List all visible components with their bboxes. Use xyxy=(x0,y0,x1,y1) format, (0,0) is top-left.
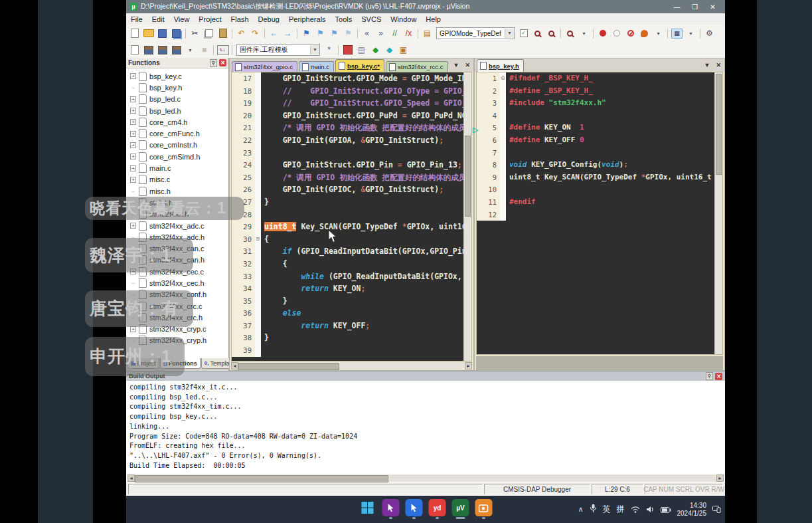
editor-tab-stm32f4xx-gpio-c[interactable]: stm32f4xx_gpio.c xyxy=(232,61,297,72)
caret-icon[interactable]: ▾ xyxy=(184,45,197,56)
taskbar-app-pointer-purple-icon[interactable] xyxy=(382,499,400,516)
menu-item-edit[interactable]: Edit xyxy=(147,15,169,23)
rte-copy-icon[interactable]: ▤ xyxy=(355,45,368,56)
minimize-button[interactable]: — xyxy=(668,3,686,11)
taskbar-app-youdao-icon[interactable]: yd xyxy=(429,499,446,516)
tree-item-main-c[interactable]: +main.c xyxy=(126,162,228,173)
indent-right-icon[interactable]: » xyxy=(374,28,387,39)
flag-prev-icon[interactable]: ⚑ xyxy=(314,28,327,39)
tree-item-bsp-led-h[interactable]: +bsp_led.h xyxy=(126,105,228,116)
find-browse-icon[interactable] xyxy=(545,28,558,39)
menu-item-window[interactable]: Window xyxy=(386,15,421,23)
tree-item-bsp-key-h[interactable]: –bsp_key.h xyxy=(126,82,228,93)
window-layout-icon[interactable]: ▦ xyxy=(671,28,683,39)
target-wand-icon[interactable]: * xyxy=(323,45,335,56)
find-in-files-icon[interactable] xyxy=(531,28,544,39)
tree-item-core-cmFunc-h[interactable]: +core_cmFunc.h xyxy=(126,128,228,139)
pin-icon[interactable]: ⚲ xyxy=(706,372,713,380)
spell-check-icon[interactable]: ✓ xyxy=(517,28,530,39)
rebuild-icon[interactable] xyxy=(156,45,169,56)
scroll-left-icon[interactable]: ◄ xyxy=(231,362,238,369)
notification-center-icon[interactable] xyxy=(712,504,721,516)
copy-icon[interactable] xyxy=(203,28,215,39)
editor-tab-main-c[interactable]: main.c xyxy=(299,61,334,72)
chevron-up-icon[interactable]: ∧ xyxy=(578,505,583,514)
tab-close-icon[interactable]: ✕ xyxy=(465,62,470,68)
restore-button[interactable]: ❐ xyxy=(686,3,704,11)
close-button[interactable]: ✕ xyxy=(704,3,722,11)
tree-item-misc-c[interactable]: +misc.c xyxy=(126,174,228,185)
tree-item-core-cm4-h[interactable]: +core_cm4.h xyxy=(126,116,228,128)
menu-item-help[interactable]: Help xyxy=(421,15,446,23)
editor-tab-bsp-key-c-[interactable]: bsp_key.c* xyxy=(335,59,384,72)
menu-item-project[interactable]: Project xyxy=(194,15,226,23)
center-vertical-scrollbar[interactable] xyxy=(463,72,471,361)
menu-item-peripherals[interactable]: Peripherals xyxy=(284,15,331,23)
build-output-scrollbar[interactable]: ◄ ► xyxy=(127,474,724,482)
uncomment-icon[interactable]: /x xyxy=(402,28,415,39)
tab-close-icon[interactable]: ✕ xyxy=(716,62,721,68)
batch-build-icon[interactable] xyxy=(170,45,183,56)
breakpoint-set-icon[interactable] xyxy=(596,28,609,39)
paste-icon[interactable] xyxy=(216,28,229,39)
symbol-combo[interactable]: GPIOMode_TypeDef ▼ xyxy=(436,27,515,39)
breakpoint-kill-icon[interactable] xyxy=(638,28,651,39)
flag-toggle-icon[interactable]: ⚑ xyxy=(300,28,313,39)
caret-icon[interactable]: ▾ xyxy=(652,28,665,39)
microphone-icon[interactable] xyxy=(590,504,597,516)
tree-item-bsp-key-c[interactable]: +bsp_key.c xyxy=(126,70,228,82)
tab-menu-icon[interactable]: ▼ xyxy=(704,62,710,68)
pin-icon[interactable]: ⚲ xyxy=(210,59,217,67)
center-code-editor[interactable]: 17 GPIO_InitStruct.GPIO_Mode = GPIO_Mode… xyxy=(231,72,472,362)
menu-item-view[interactable]: View xyxy=(169,15,195,23)
configure-wrench-icon[interactable]: ⚙ xyxy=(703,28,716,39)
flag-next-icon[interactable]: ⚑ xyxy=(328,28,341,39)
editor-tab-stm32f4xx-rcc-c[interactable]: stm32f4xx_rcc.c xyxy=(386,61,448,72)
forward-icon[interactable]: → xyxy=(282,28,294,39)
combo-arrow-icon[interactable]: ▼ xyxy=(310,45,319,54)
close-panel-icon[interactable]: ✕ xyxy=(715,373,722,380)
menu-item-flash[interactable]: Flash xyxy=(226,15,254,23)
rte-manage-icon[interactable] xyxy=(341,45,354,56)
menu-item-file[interactable]: File xyxy=(126,15,147,23)
flag-clear-icon[interactable]: ⚑ xyxy=(342,28,355,39)
diamond-teal-icon[interactable]: ◆ xyxy=(383,45,396,56)
load-flash-icon[interactable]: L↓ xyxy=(216,45,229,56)
save-all-icon[interactable] xyxy=(170,28,183,39)
back-icon[interactable]: ← xyxy=(268,28,280,39)
scroll-right-icon[interactable]: ► xyxy=(716,474,724,482)
wifi-icon[interactable] xyxy=(631,504,640,516)
taskbar-app-recorder-icon[interactable] xyxy=(475,499,493,516)
close-panel-icon[interactable]: ✕ xyxy=(219,59,226,66)
right-code-editor[interactable]: 1⊟#ifndef _BSP_KEY_H_2#define _BSP_KEY_H… xyxy=(476,72,723,355)
open-icon[interactable] xyxy=(142,28,155,39)
cut-icon[interactable]: ✂ xyxy=(189,28,201,39)
menu-item-tools[interactable]: Tools xyxy=(331,15,357,23)
taskbar-clock[interactable]: 14:302024/1/25 xyxy=(677,502,707,518)
diamond-green-icon[interactable]: ◆ xyxy=(369,45,382,56)
tree-item-stm32f4xx-adc-c[interactable]: +stm32f4xx_adc.c xyxy=(126,220,228,231)
title-bar[interactable]: µ D:\Project\Keil_Project\STM32\basic\按键… xyxy=(126,0,725,13)
symbol-book-icon[interactable]: ▤ xyxy=(421,28,434,39)
taskbar-app-pointer-blue-icon[interactable] xyxy=(406,499,423,516)
new-icon[interactable] xyxy=(128,28,141,39)
menu-item-debug[interactable]: Debug xyxy=(254,15,284,23)
redo-icon[interactable]: ↷ xyxy=(249,28,262,39)
ime-language-indicator[interactable]: 英 xyxy=(603,504,611,515)
tree-item-stm32f4xx-cec-h[interactable]: –stm32f4xx_cec.h xyxy=(126,277,228,288)
combo-arrow-icon[interactable]: ▼ xyxy=(505,29,514,38)
battery-icon[interactable] xyxy=(661,504,671,516)
taskbar-app-start-icon[interactable] xyxy=(359,499,376,516)
tree-item-core-cmSimd-h[interactable]: +core_cmSimd.h xyxy=(126,151,228,162)
scroll-right-icon[interactable]: ► xyxy=(465,362,472,369)
translate-icon[interactable] xyxy=(128,45,141,56)
stop-icon[interactable]: ■ xyxy=(198,45,210,56)
right-vertical-scrollbar[interactable] xyxy=(714,72,722,354)
breakpoint-empty-icon[interactable] xyxy=(610,28,623,39)
target-combo[interactable]: 固件库.工程模板 ▼ xyxy=(236,44,320,56)
scroll-left-icon[interactable]: ◄ xyxy=(127,474,135,482)
speaker-icon[interactable] xyxy=(646,504,655,516)
editor-tab-bsp-key-h[interactable]: bsp_key.h xyxy=(477,59,524,72)
find-magnifier-icon[interactable] xyxy=(564,28,576,39)
build-icon[interactable] xyxy=(142,45,155,56)
